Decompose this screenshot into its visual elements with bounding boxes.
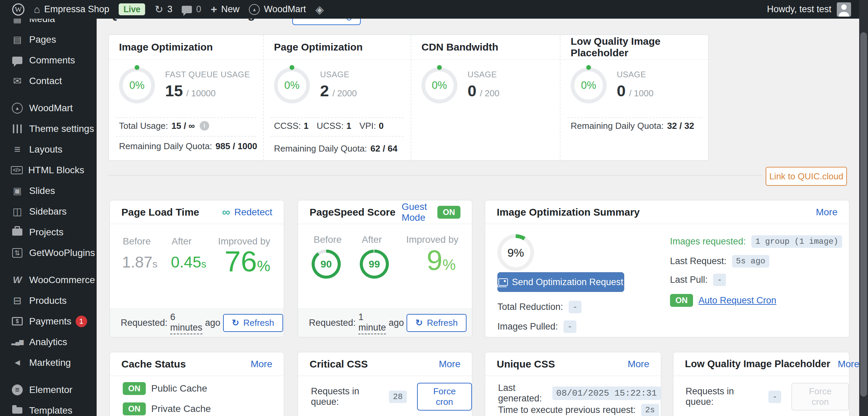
requests-in-queue-row: Requests in queue: - Force cron (686, 383, 849, 411)
sidebar-item-woocommerce[interactable]: WooCommerce (0, 270, 97, 290)
improved-value: 9% (427, 244, 456, 277)
card-title: Critical CSS (310, 358, 368, 370)
info-icon[interactable] (200, 121, 209, 131)
sidebar-item-layouts[interactable]: Layouts (0, 139, 97, 160)
card-title: Cache Status (121, 358, 186, 370)
admin-bar: Empressa Shop Live 3 0 New WoodMart Howd… (0, 0, 859, 19)
update-icon (155, 3, 163, 15)
dollar-icon (9, 317, 25, 325)
account-menu[interactable]: Howdy, test test (767, 2, 852, 17)
new-content-menu[interactable]: New (206, 3, 244, 16)
usage-ring: 0% (119, 67, 155, 103)
avatar (837, 2, 851, 17)
usage-card-title: Page Optimization (274, 35, 407, 59)
wordpress-icon (12, 3, 24, 16)
sidebar-item-getwooplugins[interactable]: GetWooPlugins (0, 242, 97, 263)
scrollbar-thumb[interactable] (860, 32, 867, 397)
before-value: 1.87s (122, 253, 158, 271)
sidebar-item-products[interactable]: Products (0, 290, 97, 311)
scrollbar-track[interactable] (859, 0, 868, 416)
slides-menu[interactable] (311, 3, 329, 16)
usage-card-cdn-bandwidth: CDN Bandwidth 0% USAGE 0/ 200 (411, 35, 560, 160)
sidebar-item-sidebars[interactable]: Sidebars (0, 201, 97, 222)
last-pull-row: Last Pull:- (670, 274, 726, 286)
sidebar-item-elementor[interactable]: Elementor (0, 379, 97, 400)
sidebar-item-payments[interactable]: Payments1 (0, 311, 97, 332)
sidebar-item-contact[interactable]: Contact (0, 71, 97, 91)
briefcase-icon (9, 229, 25, 236)
refresh-button[interactable]: Refresh (223, 314, 283, 332)
optimization-percent-ring: 9% (497, 234, 534, 271)
usage-quota: / 2000 (332, 88, 357, 99)
sidebar-item-slides[interactable]: Slides (0, 180, 97, 201)
payments-count-badge: 1 (76, 316, 87, 327)
sidebar-item-theme-settings[interactable]: Theme settings (0, 118, 97, 139)
auto-request-cron-link[interactable]: Auto Request Cron (698, 295, 776, 306)
more-link[interactable]: More (439, 359, 460, 370)
layers-icon (9, 143, 25, 156)
pages-icon (9, 34, 25, 45)
more-link[interactable]: More (628, 359, 649, 370)
last-generated-row: Last generated: 08/01/2025 15:22:31 (498, 383, 661, 404)
usage-label: FAST QUEUE USAGE (165, 70, 250, 79)
woodmart-menu[interactable]: WoodMart (244, 4, 311, 15)
requests-in-queue-row: Requests in queue: 28 Force cron (311, 383, 472, 411)
page-load-time-card: Page Load Time Redetect Before After Imp… (110, 200, 284, 337)
guest-mode-state-badge[interactable]: ON (437, 206, 460, 219)
sidebar-item-html-blocks[interactable]: HTML Blocks (0, 160, 97, 180)
live-badge: Live (114, 3, 150, 15)
usage-statistics-panel: Image Optimization 0% FAST QUEUE USAGE 1… (108, 35, 709, 161)
queue-count: - (768, 391, 781, 403)
exec-time-row: Time to execute previous request: 2s (498, 404, 659, 416)
usage-label: USAGE (468, 70, 499, 79)
force-cron-button-disabled: Force cron (791, 383, 849, 411)
usage-card-page-optimization: Page Optimization 0% USAGE 2/ 2000 CCSS:… (263, 35, 411, 160)
cron-state-badge[interactable]: ON (670, 294, 693, 307)
more-link[interactable]: More (816, 207, 837, 218)
images-pulled-value: - (564, 320, 576, 333)
link-icon (222, 205, 230, 219)
sidebar-item-woodmart[interactable]: WoodMart (0, 98, 97, 118)
sidebar-item-pages[interactable]: Pages (0, 29, 97, 50)
pagespeed-score-card: PageSpeed Score Guest Mode ON Before Aft… (298, 200, 472, 337)
sidebar-item-projects[interactable]: Projects (0, 222, 97, 242)
usage-used: 2 (320, 81, 329, 100)
site-name-menu[interactable]: Empressa Shop (29, 4, 114, 15)
guest-mode-link[interactable]: Guest Mode (401, 201, 431, 223)
requested-time[interactable]: 6 minutes (170, 312, 202, 334)
sidebar-item-marketing[interactable]: Marketing (0, 352, 97, 373)
sidebar-item-analytics[interactable]: Analytics (0, 332, 97, 352)
updates-menu[interactable]: 3 (150, 3, 177, 15)
last-request-value: 5s ago (732, 255, 769, 268)
more-link[interactable]: More (251, 359, 272, 370)
images-requested-value: 1 group (1 image) (751, 235, 843, 248)
usage-ring: 0% (571, 67, 607, 103)
improved-value: 76% (224, 244, 270, 278)
auto-request-cron-row: ONAuto Request Cron (670, 294, 776, 307)
woodmart-icon (249, 4, 260, 15)
mail-icon (9, 75, 25, 87)
sidebar-item-comments[interactable]: Comments (0, 50, 97, 71)
link-to-quiccloud-button[interactable]: Link to QUIC.cloud (766, 167, 847, 186)
usage-ring: 0% (274, 67, 310, 103)
elementor-icon (9, 384, 25, 395)
send-optimization-request-button[interactable]: Send Optimization Request (497, 272, 624, 292)
card-title: Image Optimization Summary (497, 206, 640, 218)
usage-card-title: Low Quality Image Placeholder (571, 35, 706, 59)
wordpress-logo-menu[interactable] (7, 3, 29, 16)
sidebars-icon (9, 205, 25, 217)
plugin-box-icon (9, 248, 25, 258)
redetect-link[interactable]: Redetect (222, 205, 272, 219)
last-request-row: Last Request:5s ago (670, 255, 769, 268)
refresh-button[interactable]: Refresh (407, 314, 467, 332)
requested-time[interactable]: 1 minute (358, 312, 386, 334)
force-cron-button[interactable]: Force cron (417, 383, 472, 411)
comments-menu[interactable]: 0 (177, 4, 206, 15)
unique-css-card: Unique CSS More Last generated: 08/01/20… (485, 352, 661, 416)
refresh-icon (232, 318, 239, 328)
sidebar-item-templates[interactable]: Templates (0, 400, 97, 416)
images-icon (498, 278, 508, 286)
usage-label: USAGE (320, 70, 357, 79)
more-link[interactable]: More (838, 359, 860, 370)
last-pull-value: - (713, 274, 726, 286)
